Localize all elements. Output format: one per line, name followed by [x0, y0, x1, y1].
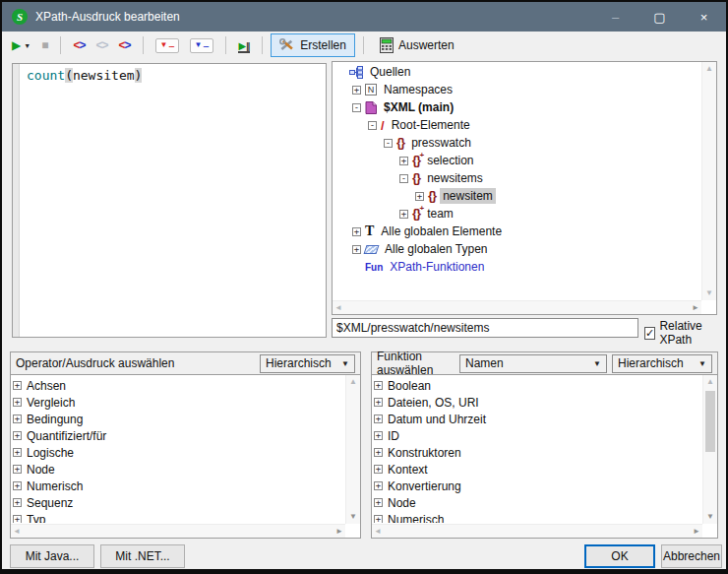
tree-item-namespaces[interactable]: +NNamespaces — [333, 81, 700, 98]
scroll-down-icon[interactable]: ▼ — [702, 289, 716, 297]
expand-icon[interactable]: + — [13, 415, 22, 423]
expand-icon[interactable]: + — [374, 465, 383, 474]
scrollbar-thumb[interactable] — [705, 391, 715, 452]
list-item-node[interactable]: +Node — [13, 461, 344, 478]
insert-tracepoint-button[interactable]: ▼--- — [186, 35, 217, 56]
scroll-up-icon[interactable]: ▲ — [702, 65, 716, 73]
expand-icon[interactable]: + — [13, 448, 22, 457]
expand-icon[interactable]: + — [374, 398, 383, 407]
list-item-quantifiziert-f-r[interactable]: +Quantifiziert/für — [13, 427, 344, 444]
expand-icon[interactable]: + — [374, 431, 383, 440]
list-item-achsen[interactable]: +Achsen — [13, 377, 344, 394]
expand-icon[interactable]: + — [415, 192, 424, 201]
collapse-icon[interactable]: - — [384, 139, 393, 148]
expand-icon[interactable]: + — [352, 245, 361, 254]
relative-xpath-checkbox[interactable]: ✓ — [644, 327, 655, 340]
start-evaluation-button[interactable]: ▶ ▼ — [8, 36, 34, 54]
with-java-button[interactable]: Mit Java... — [10, 544, 94, 568]
collapse-icon[interactable]: - — [352, 103, 361, 112]
collapse-icon[interactable]: - — [399, 174, 408, 183]
step-over-button[interactable]: <> — [114, 35, 134, 55]
close-button[interactable]: × — [682, 2, 726, 32]
evaluate-mode-button[interactable]: Auswerten — [372, 34, 462, 56]
list-item-konstruktoren[interactable]: +Konstruktoren — [374, 444, 701, 461]
function-view-dropdown[interactable]: Hierarchisch ▼ — [612, 354, 712, 373]
list-item-id[interactable]: +ID — [374, 427, 701, 444]
tree-item-selection[interactable]: +{}+selection — [333, 152, 700, 169]
expand-icon[interactable]: + — [352, 227, 361, 236]
builder-mode-button[interactable]: Erstellen — [271, 33, 355, 57]
with-dotnet-button[interactable]: Mit .NET... — [100, 544, 185, 568]
xpath-expression-editor[interactable]: count(newsitem) — [12, 63, 327, 338]
ok-button[interactable]: OK — [584, 544, 655, 568]
function-horizontal-scrollbar[interactable]: ◄ ► — [372, 524, 702, 538]
tree-item-newsitem[interactable]: +{}newsitem — [333, 187, 700, 205]
tree-item-presswatch[interactable]: -{}presswatch — [333, 134, 700, 152]
collapse-icon[interactable]: - — [368, 121, 377, 130]
xpath-context-field[interactable]: $XML/presswatch/newsitems — [332, 318, 638, 338]
scroll-right-icon[interactable]: ► — [692, 304, 699, 312]
tree-item-alle-globalen-typen[interactable]: +Alle globalen Typen — [333, 240, 700, 258]
expand-icon[interactable]: + — [399, 210, 408, 219]
list-item-bedingung[interactable]: +Bedingung — [13, 411, 344, 427]
list-item-konvertierung[interactable]: +Konvertierung — [374, 478, 701, 494]
scroll-left-icon[interactable]: ◄ — [13, 528, 21, 536]
scroll-left-icon[interactable]: ◄ — [334, 304, 342, 312]
operator-view-dropdown[interactable]: Hierarchisch ▼ — [260, 354, 355, 373]
expand-icon[interactable]: + — [374, 448, 383, 457]
insert-breakpoint-button[interactable]: ▼--- — [152, 35, 183, 56]
step-into-button[interactable]: <> — [69, 35, 89, 55]
expand-icon[interactable]: + — [13, 398, 22, 407]
title-bar[interactable]: S XPath-Ausdruck bearbeiten – ▢ × — [2, 2, 726, 32]
expand-icon[interactable]: + — [374, 415, 383, 423]
list-item-sequenz[interactable]: +Sequenz — [13, 494, 344, 511]
list-item-dateien-os-uri[interactable]: +Dateien, OS, URI — [374, 394, 701, 411]
tree-item-team[interactable]: +{}+team — [333, 205, 700, 223]
list-item-datum-und-uhrzeit[interactable]: +Datum und Uhrzeit — [374, 411, 701, 427]
minimize-button[interactable]: – — [593, 2, 637, 32]
list-item-numerisch[interactable]: +Numerisch — [374, 511, 701, 523]
tree-item-newsitems[interactable]: -{}newsitems — [333, 169, 700, 187]
list-item-vergleich[interactable]: +Vergleich — [13, 394, 344, 411]
scroll-down-icon[interactable]: ▼ — [346, 513, 360, 521]
expand-icon[interactable]: + — [399, 157, 408, 165]
scroll-right-icon[interactable]: ► — [335, 528, 343, 536]
maximize-button[interactable]: ▢ — [637, 2, 682, 32]
cancel-button[interactable]: Abbrechen — [661, 544, 722, 568]
list-item-logische[interactable]: +Logische — [13, 444, 344, 461]
debug-step-button[interactable]: ▶|| — [234, 35, 255, 56]
expand-icon[interactable]: + — [352, 86, 361, 95]
expand-icon[interactable]: + — [374, 515, 383, 523]
step-out-button[interactable]: <> — [91, 35, 111, 55]
expand-icon[interactable]: + — [13, 431, 22, 440]
operator-vertical-scrollbar[interactable]: ▲ ▼ — [345, 375, 360, 524]
scroll-right-icon[interactable]: ► — [693, 528, 700, 536]
expand-icon[interactable]: + — [13, 515, 22, 523]
stop-button[interactable]: ■ — [37, 36, 52, 54]
tree-item-xpath-funktionen[interactable]: FunXPath-Funktionen — [333, 258, 700, 276]
list-item-typ[interactable]: +Typ — [13, 511, 344, 523]
tree-horizontal-scrollbar[interactable]: ◄ ► — [333, 300, 701, 314]
operator-horizontal-scrollbar[interactable]: ◄ ► — [11, 524, 345, 538]
function-vertical-scrollbar[interactable]: ▲ ▼ — [702, 375, 717, 524]
expand-icon[interactable]: + — [13, 481, 22, 490]
list-item-boolean[interactable]: +Boolean — [374, 377, 701, 394]
list-item-node[interactable]: +Node — [374, 494, 701, 511]
scroll-down-icon[interactable]: ▼ — [703, 513, 717, 521]
tree-item-quellen[interactable]: Quellen — [333, 63, 700, 81]
tree-vertical-scrollbar[interactable]: ▲ ▼ — [701, 62, 716, 300]
expand-icon[interactable]: + — [13, 465, 22, 474]
list-item-numerisch[interactable]: +Numerisch — [13, 478, 344, 494]
expand-icon[interactable]: + — [374, 481, 383, 490]
scroll-up-icon[interactable]: ▲ — [703, 378, 717, 386]
tree-item-root-elemente[interactable]: -/Root-Elemente — [333, 116, 700, 134]
expand-icon[interactable]: + — [13, 498, 22, 507]
scroll-left-icon[interactable]: ◄ — [374, 528, 382, 536]
expand-icon[interactable]: + — [374, 381, 383, 390]
expand-icon[interactable]: + — [374, 498, 383, 507]
tree-item-$xml-main-[interactable]: -$XML (main) — [333, 98, 700, 116]
tree-item-alle-globalen-elemente[interactable]: +TAlle globalen Elemente — [333, 223, 700, 240]
function-sort-dropdown[interactable]: Namen ▼ — [459, 354, 607, 373]
list-item-kontext[interactable]: +Kontext — [374, 461, 701, 478]
scroll-up-icon[interactable]: ▲ — [346, 378, 360, 386]
